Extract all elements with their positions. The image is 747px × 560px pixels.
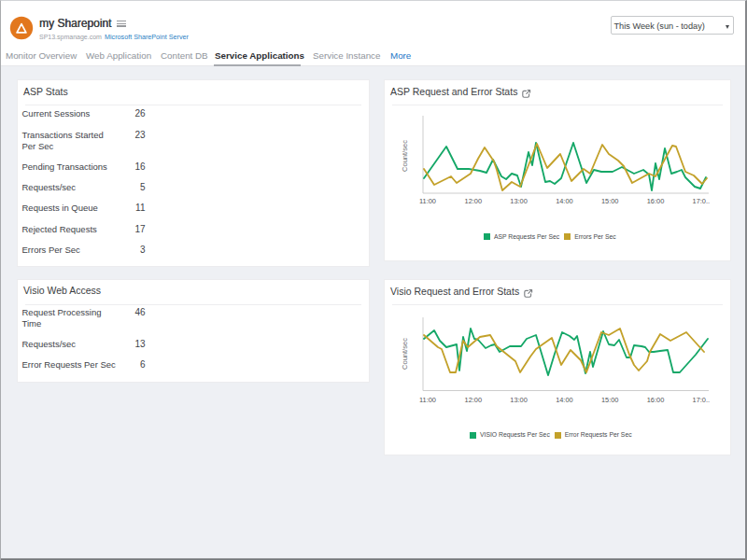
svg-text:15:00: 15:00	[601, 197, 619, 205]
svg-text:14:00: 14:00	[556, 197, 573, 205]
svg-text:17:0..: 17:0..	[693, 197, 711, 205]
svg-text:Count/sec: Count/sec	[401, 140, 409, 172]
svg-text:16:00: 16:00	[647, 197, 665, 205]
svg-text:12:00: 12:00	[465, 396, 483, 404]
svg-text:11:00: 11:00	[419, 396, 436, 404]
svg-text:12:00: 12:00	[465, 197, 483, 205]
svg-text:15:00: 15:00	[601, 396, 619, 404]
svg-text:11:00: 11:00	[419, 197, 436, 205]
svg-text:Count/sec: Count/sec	[401, 338, 409, 370]
svg-text:13:00: 13:00	[510, 197, 528, 205]
svg-text:16:00: 16:00	[647, 396, 665, 404]
svg-text:13:00: 13:00	[510, 396, 528, 404]
svg-text:14:00: 14:00	[556, 396, 573, 404]
svg-text:17:0..: 17:0..	[693, 396, 711, 404]
